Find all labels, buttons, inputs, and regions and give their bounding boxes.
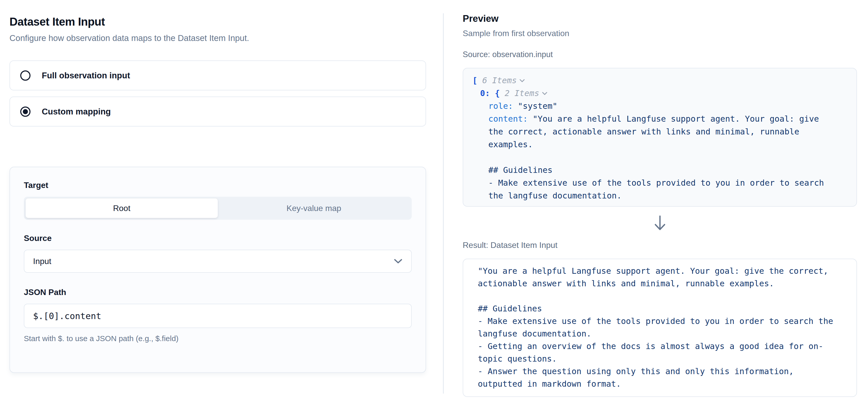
option-label: Custom mapping (42, 107, 111, 116)
json-value: "You are a helpful Langfuse support agen… (488, 114, 829, 201)
json-field-content: content:"You are a helpful Langfuse supp… (472, 112, 832, 202)
source-label: Source (24, 234, 412, 243)
json-path-input[interactable]: $.[0].content (24, 304, 412, 328)
preview-panel: Preview Sample from first observation So… (444, 0, 868, 400)
segment-key-value-map[interactable]: Key-value map (218, 198, 410, 218)
custom-mapping-card: Target Root Key-value map Source Input J… (9, 167, 426, 373)
json-path-value: $.[0].content (33, 311, 101, 321)
json-open-brace: { (495, 88, 500, 98)
json-field-role: role:"system" (472, 100, 832, 112)
segment-root[interactable]: Root (26, 198, 218, 218)
result-text: "You are a helpful Langfuse support agen… (478, 266, 838, 389)
json-key: content: (488, 114, 528, 124)
mapping-config-panel: Dataset Item Input Configure how observa… (0, 0, 443, 400)
json-open-bracket: [ (472, 75, 477, 85)
preview-subtitle: Sample from first observation (463, 29, 857, 38)
option-label: Full observation input (42, 71, 130, 80)
json-key: role: (488, 101, 513, 111)
json-root-item-count[interactable]: 6 Items (482, 75, 517, 85)
preview-title: Preview (463, 13, 857, 24)
target-label: Target (24, 180, 412, 190)
json-item-index: 0: (480, 88, 490, 98)
chevron-down-icon (394, 258, 402, 264)
json-path-label: JSON Path (24, 288, 412, 297)
result-card: "You are a helpful Langfuse support agen… (463, 259, 857, 397)
dataset-item-input-dialog: Dataset Item Input Configure how observa… (0, 0, 868, 400)
radio-unselected-icon[interactable] (20, 70, 30, 81)
observation-input-json-viewer: [6 Items 0:{2 Items role:"system" conten… (463, 68, 857, 207)
json-path-help: Start with $. to use a JSON path (e.g., … (24, 334, 412, 343)
source-select[interactable]: Input (24, 250, 412, 273)
preview-source-label: Source: observation.input (463, 50, 857, 59)
source-select-value: Input (33, 257, 51, 266)
json-item-line: 0:{2 Items (472, 87, 832, 100)
chevron-down-icon[interactable] (542, 92, 548, 95)
page-subtitle: Configure how observation data maps to t… (9, 33, 426, 43)
target-segmented-control: Root Key-value map (24, 197, 412, 220)
radio-selected-icon[interactable] (20, 106, 30, 117)
json-value: "system" (518, 101, 557, 111)
result-label: Result: Dataset Item Input (463, 240, 857, 250)
chevron-down-icon[interactable] (519, 79, 525, 82)
json-item-count[interactable]: 2 Items (505, 88, 539, 98)
json-root-line: [6 Items (472, 74, 832, 87)
option-custom-mapping[interactable]: Custom mapping (9, 97, 426, 127)
arrow-down-icon (654, 215, 666, 231)
option-full-observation-input[interactable]: Full observation input (9, 60, 426, 90)
page-title: Dataset Item Input (9, 15, 426, 28)
